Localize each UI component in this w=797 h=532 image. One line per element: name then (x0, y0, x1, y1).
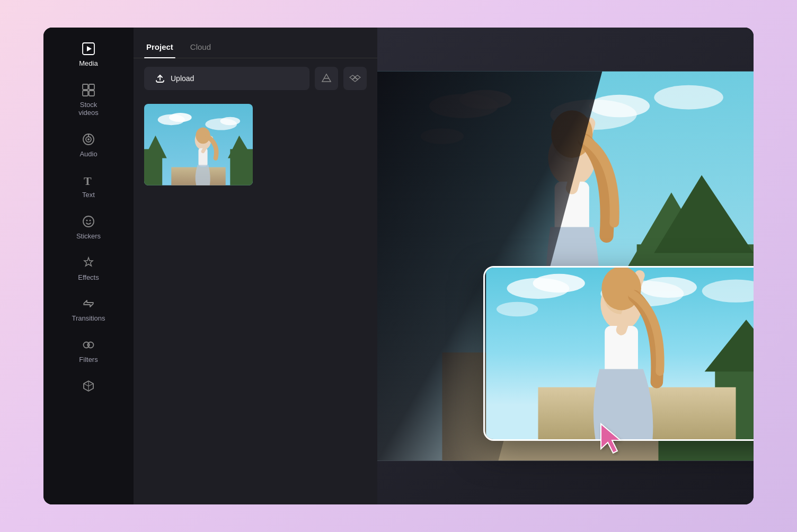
svg-text:T: T (84, 174, 92, 187)
sidebar-item-media[interactable]: Media (43, 34, 134, 75)
cursor-svg (598, 421, 627, 456)
upload-button[interactable]: Upload (144, 67, 309, 90)
sidebar-label-media: Media (79, 59, 98, 68)
upload-label: Upload (171, 74, 194, 83)
transitions-icon (81, 296, 96, 311)
sidebar-label-text: Text (82, 191, 95, 199)
google-drive-button[interactable] (315, 67, 338, 90)
sidebar-item-text[interactable]: T Text (43, 165, 134, 207)
3d-icon (81, 378, 96, 393)
tab-project[interactable]: Project (144, 38, 175, 58)
sidebar-label-filters: Filters (79, 356, 98, 364)
sidebar-item-stock-videos[interactable]: Stockvideos (43, 75, 134, 125)
sidebar: Media Stockvideos (43, 28, 134, 504)
svg-rect-3 (89, 84, 94, 90)
svg-marker-1 (87, 46, 92, 51)
sidebar-label-audio: Audio (79, 150, 97, 158)
audio-icon (81, 132, 96, 147)
tab-cloud[interactable]: Cloud (188, 38, 213, 58)
svg-point-53 (497, 302, 538, 316)
svg-rect-5 (89, 91, 94, 96)
sidebar-item-filters[interactable]: Filters (43, 330, 134, 371)
play-icon (81, 41, 96, 56)
effects-icon (81, 255, 96, 270)
upload-row: Upload (134, 58, 377, 99)
cursor-pointer (598, 421, 627, 458)
svg-point-13 (90, 219, 91, 221)
svg-point-20 (220, 117, 241, 125)
svg-point-9 (87, 138, 90, 140)
zoom-card (483, 266, 754, 441)
svg-point-36 (421, 128, 464, 144)
sidebar-item-audio[interactable]: Audio (43, 125, 134, 166)
svg-point-35 (654, 85, 723, 110)
svg-rect-4 (83, 91, 88, 96)
preview-area (377, 28, 754, 504)
tabs-bar: Project Cloud (134, 28, 377, 58)
media-thumbnail[interactable] (144, 104, 253, 185)
left-panel: Project Cloud Upload (134, 28, 377, 504)
svg-point-12 (86, 219, 88, 221)
sidebar-item-stickers[interactable]: Stickers (43, 207, 134, 248)
app-window: Media Stockvideos (43, 28, 754, 504)
text-icon: T (81, 173, 96, 188)
svg-point-51 (640, 277, 697, 298)
stickers-icon (81, 214, 96, 229)
sidebar-label-stock-videos: Stockvideos (78, 101, 99, 117)
sidebar-item-transitions[interactable]: Transitions (43, 289, 134, 330)
svg-point-32 (459, 90, 511, 109)
filters-icon (81, 338, 96, 352)
svg-point-34 (589, 95, 650, 117)
sidebar-label-effects: Effects (78, 273, 99, 282)
sidebar-item-3d[interactable] (43, 371, 134, 401)
sidebar-label-stickers: Stickers (76, 232, 101, 241)
sidebar-item-effects[interactable]: Effects (43, 248, 134, 289)
dropbox-icon (349, 73, 361, 84)
dropbox-button[interactable] (343, 67, 367, 90)
upload-icon (155, 73, 165, 84)
media-grid (134, 99, 377, 191)
zoom-card-image (485, 268, 754, 439)
svg-point-49 (533, 274, 585, 292)
svg-point-18 (169, 113, 192, 122)
grid-icon (81, 83, 96, 97)
google-drive-icon (321, 73, 332, 84)
svg-rect-2 (83, 84, 88, 90)
sidebar-label-transitions: Transitions (72, 314, 105, 323)
svg-point-11 (83, 216, 94, 227)
